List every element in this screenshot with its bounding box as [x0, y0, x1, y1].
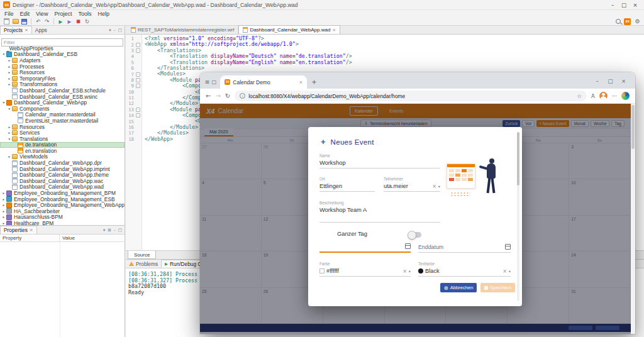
tab-source[interactable]: Source: [128, 251, 156, 259]
description-field[interactable]: Beschreibung Workshop Team A: [319, 201, 440, 223]
tree-item-dashboard-calendar-webapp-wad[interactable]: Dashboard_Calendar_WebApp.wad: [0, 184, 125, 191]
fold-marker-icon[interactable]: -: [136, 78, 140, 82]
clear-icon[interactable]: ×: [402, 268, 407, 274]
tree-item-eventslist-master-masterdetail[interactable]: EventsList_master.masterdetail: [0, 118, 125, 124]
tree-item-dashboard-calendar-webapp-dpr[interactable]: Dashboard_Calendar_WebApp.dpr: [0, 160, 125, 166]
calendar-icon[interactable]: [505, 244, 511, 250]
browser-maximize-button[interactable]: □: [604, 78, 617, 84]
tree-item-processes[interactable]: ▸Processes: [0, 64, 125, 70]
property-column-header[interactable]: Property: [0, 235, 60, 241]
tree-item-adapters[interactable]: ▸Adapters: [0, 57, 125, 64]
start-date-field[interactable]: [319, 239, 411, 253]
menu-view[interactable]: View: [33, 11, 51, 17]
minimize-view-icon[interactable]: –: [114, 228, 116, 233]
tree-item-employee-onboarding-management-webapp[interactable]: ▸Employee_Onboarding_Management_WebApp: [0, 202, 125, 208]
refresh-icon[interactable]: ↻: [84, 18, 91, 25]
fold-marker-icon[interactable]: -: [136, 84, 140, 88]
tree-expand-icon[interactable]: ▸: [7, 155, 12, 158]
fold-marker-icon[interactable]: -: [136, 113, 140, 118]
tree-item-de-translation[interactable]: de.translation: [0, 142, 125, 148]
tree-item-dashboard-calendar-esb[interactable]: ▾Dashboard_Calendar_ESB: [0, 52, 125, 58]
tree-item--webappproperties[interactable]: _WebAppProperties: [0, 45, 125, 52]
tree-item-ha-sachbearbeiter[interactable]: ▸HA_Sachbearbeiter: [0, 208, 125, 214]
text-color-value[interactable]: Black: [425, 268, 501, 274]
value-column-header[interactable]: Value: [60, 235, 77, 241]
clear-icon[interactable]: ×: [502, 268, 507, 274]
refresh-icon[interactable]: ↻: [225, 92, 230, 99]
tree-item-dashboard-calendar-esb-wsinc[interactable]: Dashboard_Calendar_ESB.wsinc: [0, 94, 125, 100]
tree-item-healthcare-bpm[interactable]: ▸Healthcare_BPM: [0, 220, 125, 225]
participant-value[interactable]: uta.meier: [384, 183, 430, 189]
tree-collapse-icon[interactable]: ▾: [7, 107, 12, 111]
back-icon[interactable]: ←: [206, 92, 211, 99]
cancel-button[interactable]: ⊗ Abbrechen: [440, 283, 477, 292]
workspaces-icon[interactable]: □: [212, 79, 217, 85]
tree-item-components[interactable]: ▾Components: [0, 106, 125, 112]
dialog-scrollbar[interactable]: [517, 132, 519, 301]
close-tab-icon[interactable]: ×: [299, 80, 303, 85]
tree-item-hausanschluss-bpm[interactable]: ▸Hausanschluss-BPM: [0, 214, 125, 221]
menu-file[interactable]: File: [1, 11, 17, 17]
close-icon[interactable]: ×: [30, 228, 33, 233]
tree-item-viewmodels[interactable]: ▸ViewModels: [0, 154, 125, 160]
browser-logo-icon[interactable]: [621, 92, 630, 100]
tree-item-calendar-master-masterdetail[interactable]: Calendar_master.masterdetail: [0, 112, 125, 118]
tree-expand-icon[interactable]: ▸: [7, 70, 12, 74]
tree-item-temporaryfiles[interactable]: ▸TemporaryFiles: [0, 75, 125, 82]
menu-project[interactable]: Project: [51, 11, 75, 17]
filter-icon[interactable]: ⊞: [108, 228, 111, 233]
maximize-view-icon[interactable]: □: [118, 228, 122, 233]
read-aloud-icon[interactable]: A: [591, 93, 595, 99]
open-folder-icon[interactable]: [13, 19, 19, 24]
end-date-field[interactable]: Enddatum: [418, 239, 511, 253]
clear-icon[interactable]: ×: [432, 184, 436, 189]
tab-problems[interactable]: Problems: [126, 260, 161, 268]
gear-icon[interactable]: ⚙: [634, 18, 641, 25]
browser-close-button[interactable]: ×: [617, 78, 630, 84]
forward-icon[interactable]: →: [215, 92, 220, 99]
tab-projects[interactable]: Projects ×: [0, 26, 32, 34]
menu-tools[interactable]: Tools: [75, 11, 94, 17]
tree-item-dashboard-calendar-webapp-imprint[interactable]: Dashboard_Calendar_WebApp.imprint: [0, 166, 125, 172]
name-field[interactable]: Name Workshop: [319, 153, 440, 168]
browser-minimize-button[interactable]: –: [591, 78, 604, 84]
tree-item-services[interactable]: ▸Services: [0, 130, 125, 136]
minimize-view-icon[interactable]: –: [114, 28, 116, 33]
maximize-view-icon[interactable]: □: [118, 28, 122, 33]
editor-tab-dashboard-wad[interactable]: Dashboard_Calendar_WebApp.wad ×: [238, 25, 340, 34]
tree-expand-icon[interactable]: ▸: [1, 191, 6, 195]
save-button[interactable]: Speichern: [480, 283, 515, 292]
new-tab-button[interactable]: +: [311, 79, 316, 86]
tree-expand-icon[interactable]: ▸: [7, 77, 12, 80]
tree-collapse-icon[interactable]: ▾: [1, 52, 6, 56]
browser-tab-calendar-demo[interactable]: X4 Calendar Demo ×: [220, 75, 307, 89]
x4-store-icon[interactable]: X4: [624, 18, 631, 25]
favorites-star-icon[interactable]: ☆: [577, 93, 582, 99]
tree-item-employee-onboarding-management-bpm[interactable]: ▸Employee_Onboarding_Management_BPM: [0, 190, 125, 196]
tree-expand-icon[interactable]: ▸: [1, 209, 6, 213]
tree-item-transformations[interactable]: ▸Transformations: [0, 82, 125, 88]
editor-tab-rest-sap[interactable]: REST_SAPToMarktstammdatenregister.wrf: [127, 26, 238, 34]
fold-marker-icon[interactable]: -: [136, 48, 140, 53]
color-field[interactable]: Farbe #ffffff × ▾: [319, 262, 411, 277]
all-day-toggle[interactable]: [409, 232, 421, 238]
undo-icon[interactable]: ↶: [35, 18, 42, 25]
tab-properties[interactable]: Properties ×: [0, 226, 37, 234]
tree-item-dashboard-calendar-webapp[interactable]: ▾Dashboard_Calendar_WebApp: [0, 99, 125, 106]
tree-item-translations[interactable]: ▾Translations: [0, 136, 125, 142]
tree-expand-icon[interactable]: ▸: [1, 221, 6, 225]
stop-icon[interactable]: ■: [75, 18, 82, 25]
close-icon[interactable]: ×: [25, 28, 28, 33]
fold-marker-icon[interactable]: -: [136, 108, 140, 112]
tree-item-resources[interactable]: ▸Resources: [0, 124, 125, 130]
search-icon[interactable]: [616, 19, 621, 24]
scrollbar-thumb[interactable]: [631, 105, 635, 149]
tree-expand-icon[interactable]: ▸: [1, 215, 6, 219]
location-field[interactable]: Ort Ettlingen: [319, 177, 375, 192]
description-value[interactable]: Workshop Team A: [319, 207, 440, 213]
name-value[interactable]: Workshop: [319, 160, 440, 166]
save-icon[interactable]: [21, 19, 27, 25]
dropdown-caret-icon[interactable]: ▾: [438, 184, 440, 189]
menu-help[interactable]: Help: [94, 11, 113, 17]
tree-expand-icon[interactable]: ▸: [7, 125, 12, 129]
